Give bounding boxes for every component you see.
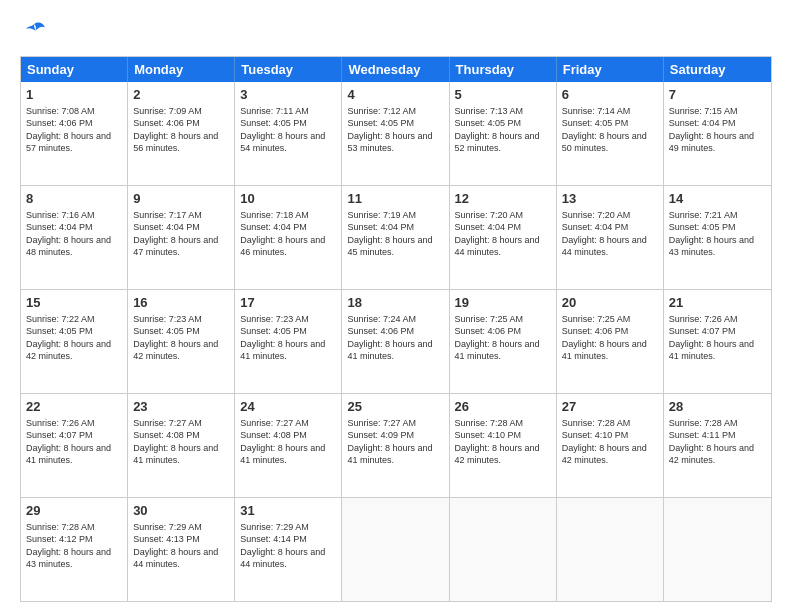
header-tuesday: Tuesday (235, 57, 342, 82)
day-number: 12 (455, 190, 551, 208)
calendar-row-1: 1Sunrise: 7:08 AMSunset: 4:06 PMDaylight… (21, 82, 771, 185)
cell-info: Sunrise: 7:21 AMSunset: 4:05 PMDaylight:… (669, 209, 766, 259)
day-number: 26 (455, 398, 551, 416)
cell-info: Sunrise: 7:26 AMSunset: 4:07 PMDaylight:… (26, 417, 122, 467)
calendar-cell: 18Sunrise: 7:24 AMSunset: 4:06 PMDayligh… (342, 290, 449, 393)
day-number: 1 (26, 86, 122, 104)
calendar-cell: 8Sunrise: 7:16 AMSunset: 4:04 PMDaylight… (21, 186, 128, 289)
cell-info: Sunrise: 7:11 AMSunset: 4:05 PMDaylight:… (240, 105, 336, 155)
calendar-cell: 20Sunrise: 7:25 AMSunset: 4:06 PMDayligh… (557, 290, 664, 393)
cell-info: Sunrise: 7:28 AMSunset: 4:12 PMDaylight:… (26, 521, 122, 571)
calendar-header: Sunday Monday Tuesday Wednesday Thursday… (21, 57, 771, 82)
day-number: 13 (562, 190, 658, 208)
cell-info: Sunrise: 7:24 AMSunset: 4:06 PMDaylight:… (347, 313, 443, 363)
calendar-cell: 4Sunrise: 7:12 AMSunset: 4:05 PMDaylight… (342, 82, 449, 185)
day-number: 4 (347, 86, 443, 104)
calendar-cell: 30Sunrise: 7:29 AMSunset: 4:13 PMDayligh… (128, 498, 235, 601)
day-number: 10 (240, 190, 336, 208)
day-number: 30 (133, 502, 229, 520)
cell-info: Sunrise: 7:08 AMSunset: 4:06 PMDaylight:… (26, 105, 122, 155)
day-number: 25 (347, 398, 443, 416)
day-number: 2 (133, 86, 229, 104)
header-monday: Monday (128, 57, 235, 82)
header-thursday: Thursday (450, 57, 557, 82)
day-number: 24 (240, 398, 336, 416)
day-number: 19 (455, 294, 551, 312)
day-number: 27 (562, 398, 658, 416)
calendar-body: 1Sunrise: 7:08 AMSunset: 4:06 PMDaylight… (21, 82, 771, 601)
cell-info: Sunrise: 7:25 AMSunset: 4:06 PMDaylight:… (455, 313, 551, 363)
calendar-cell: 28Sunrise: 7:28 AMSunset: 4:11 PMDayligh… (664, 394, 771, 497)
day-number: 9 (133, 190, 229, 208)
calendar-cell: 3Sunrise: 7:11 AMSunset: 4:05 PMDaylight… (235, 82, 342, 185)
cell-info: Sunrise: 7:25 AMSunset: 4:06 PMDaylight:… (562, 313, 658, 363)
calendar-cell (342, 498, 449, 601)
calendar-cell: 19Sunrise: 7:25 AMSunset: 4:06 PMDayligh… (450, 290, 557, 393)
calendar-cell: 24Sunrise: 7:27 AMSunset: 4:08 PMDayligh… (235, 394, 342, 497)
calendar-cell: 1Sunrise: 7:08 AMSunset: 4:06 PMDaylight… (21, 82, 128, 185)
day-number: 16 (133, 294, 229, 312)
cell-info: Sunrise: 7:20 AMSunset: 4:04 PMDaylight:… (562, 209, 658, 259)
cell-info: Sunrise: 7:20 AMSunset: 4:04 PMDaylight:… (455, 209, 551, 259)
header-friday: Friday (557, 57, 664, 82)
cell-info: Sunrise: 7:28 AMSunset: 4:11 PMDaylight:… (669, 417, 766, 467)
day-number: 14 (669, 190, 766, 208)
day-number: 8 (26, 190, 122, 208)
cell-info: Sunrise: 7:18 AMSunset: 4:04 PMDaylight:… (240, 209, 336, 259)
calendar-cell: 31Sunrise: 7:29 AMSunset: 4:14 PMDayligh… (235, 498, 342, 601)
calendar-cell: 12Sunrise: 7:20 AMSunset: 4:04 PMDayligh… (450, 186, 557, 289)
cell-info: Sunrise: 7:29 AMSunset: 4:14 PMDaylight:… (240, 521, 336, 571)
cell-info: Sunrise: 7:27 AMSunset: 4:09 PMDaylight:… (347, 417, 443, 467)
day-number: 29 (26, 502, 122, 520)
day-number: 23 (133, 398, 229, 416)
day-number: 20 (562, 294, 658, 312)
day-number: 17 (240, 294, 336, 312)
calendar-cell: 27Sunrise: 7:28 AMSunset: 4:10 PMDayligh… (557, 394, 664, 497)
calendar: Sunday Monday Tuesday Wednesday Thursday… (20, 56, 772, 602)
cell-info: Sunrise: 7:22 AMSunset: 4:05 PMDaylight:… (26, 313, 122, 363)
logo (20, 18, 52, 46)
cell-info: Sunrise: 7:17 AMSunset: 4:04 PMDaylight:… (133, 209, 229, 259)
day-number: 18 (347, 294, 443, 312)
calendar-cell: 21Sunrise: 7:26 AMSunset: 4:07 PMDayligh… (664, 290, 771, 393)
calendar-cell: 22Sunrise: 7:26 AMSunset: 4:07 PMDayligh… (21, 394, 128, 497)
calendar-cell: 16Sunrise: 7:23 AMSunset: 4:05 PMDayligh… (128, 290, 235, 393)
day-number: 21 (669, 294, 766, 312)
cell-info: Sunrise: 7:14 AMSunset: 4:05 PMDaylight:… (562, 105, 658, 155)
day-number: 6 (562, 86, 658, 104)
header-saturday: Saturday (664, 57, 771, 82)
cell-info: Sunrise: 7:12 AMSunset: 4:05 PMDaylight:… (347, 105, 443, 155)
calendar-cell: 7Sunrise: 7:15 AMSunset: 4:04 PMDaylight… (664, 82, 771, 185)
cell-info: Sunrise: 7:23 AMSunset: 4:05 PMDaylight:… (240, 313, 336, 363)
calendar-cell: 5Sunrise: 7:13 AMSunset: 4:05 PMDaylight… (450, 82, 557, 185)
calendar-row-5: 29Sunrise: 7:28 AMSunset: 4:12 PMDayligh… (21, 497, 771, 601)
day-number: 28 (669, 398, 766, 416)
cell-info: Sunrise: 7:13 AMSunset: 4:05 PMDaylight:… (455, 105, 551, 155)
day-number: 15 (26, 294, 122, 312)
day-number: 31 (240, 502, 336, 520)
cell-info: Sunrise: 7:23 AMSunset: 4:05 PMDaylight:… (133, 313, 229, 363)
calendar-cell: 26Sunrise: 7:28 AMSunset: 4:10 PMDayligh… (450, 394, 557, 497)
calendar-cell: 25Sunrise: 7:27 AMSunset: 4:09 PMDayligh… (342, 394, 449, 497)
calendar-cell (450, 498, 557, 601)
cell-info: Sunrise: 7:26 AMSunset: 4:07 PMDaylight:… (669, 313, 766, 363)
calendar-cell: 15Sunrise: 7:22 AMSunset: 4:05 PMDayligh… (21, 290, 128, 393)
cell-info: Sunrise: 7:19 AMSunset: 4:04 PMDaylight:… (347, 209, 443, 259)
page: Sunday Monday Tuesday Wednesday Thursday… (0, 0, 792, 612)
cell-info: Sunrise: 7:27 AMSunset: 4:08 PMDaylight:… (240, 417, 336, 467)
calendar-cell (557, 498, 664, 601)
cell-info: Sunrise: 7:09 AMSunset: 4:06 PMDaylight:… (133, 105, 229, 155)
calendar-cell (664, 498, 771, 601)
calendar-cell: 10Sunrise: 7:18 AMSunset: 4:04 PMDayligh… (235, 186, 342, 289)
calendar-cell: 2Sunrise: 7:09 AMSunset: 4:06 PMDaylight… (128, 82, 235, 185)
day-number: 11 (347, 190, 443, 208)
logo-bird-icon (20, 18, 48, 46)
cell-info: Sunrise: 7:28 AMSunset: 4:10 PMDaylight:… (455, 417, 551, 467)
calendar-cell: 17Sunrise: 7:23 AMSunset: 4:05 PMDayligh… (235, 290, 342, 393)
cell-info: Sunrise: 7:28 AMSunset: 4:10 PMDaylight:… (562, 417, 658, 467)
day-number: 7 (669, 86, 766, 104)
cell-info: Sunrise: 7:27 AMSunset: 4:08 PMDaylight:… (133, 417, 229, 467)
calendar-cell: 23Sunrise: 7:27 AMSunset: 4:08 PMDayligh… (128, 394, 235, 497)
calendar-cell: 9Sunrise: 7:17 AMSunset: 4:04 PMDaylight… (128, 186, 235, 289)
cell-info: Sunrise: 7:16 AMSunset: 4:04 PMDaylight:… (26, 209, 122, 259)
